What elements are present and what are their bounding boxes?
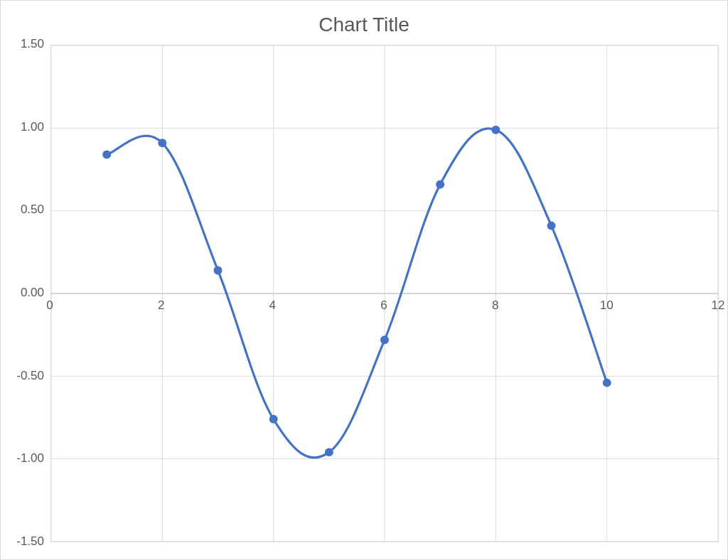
data-marker: [603, 379, 611, 387]
x-tick-label: 8: [492, 298, 498, 313]
y-tick-label: 0.50: [9, 203, 44, 217]
chart-title: Chart Title: [1, 14, 727, 36]
plot-area: [50, 45, 719, 542]
x-tick-label: 6: [380, 298, 387, 313]
data-marker: [158, 139, 166, 147]
y-tick-label: 1.50: [9, 37, 44, 51]
y-tick-label: -1.50: [9, 534, 44, 549]
y-tick-label: 1.00: [9, 120, 44, 134]
x-tick-label: 10: [600, 298, 614, 313]
x-tick-label: 2: [158, 298, 164, 313]
x-tick-label: 12: [712, 298, 725, 313]
data-marker: [102, 151, 111, 159]
x-tick-label: 0: [46, 298, 53, 313]
data-marker: [547, 222, 556, 230]
data-marker: [436, 180, 444, 188]
chart-container: Chart Title: [0, 0, 728, 560]
data-marker: [214, 266, 223, 274]
data-marker: [491, 126, 500, 134]
data-marker: [269, 415, 278, 424]
data-marker: [380, 335, 389, 344]
y-tick-label: 0.00: [9, 286, 44, 300]
y-tick-label: -0.50: [9, 369, 44, 383]
y-tick-label: -1.00: [9, 451, 44, 465]
chart-svg: [51, 45, 718, 542]
data-marker: [325, 448, 333, 456]
x-tick-label: 4: [269, 298, 276, 313]
